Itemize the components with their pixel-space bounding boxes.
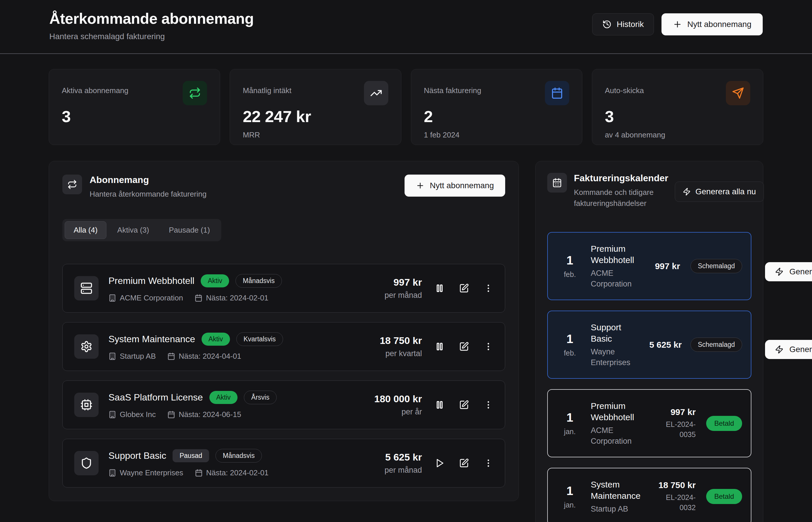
billing-event-paid: 1 jan. System Maintenance Startup AB 18 … [547, 468, 751, 522]
client-name: Globex Inc [120, 410, 156, 419]
plus-icon [673, 20, 682, 29]
amount-period: per månad [385, 466, 422, 475]
page-header: Återkommande abonnemang Hantera schemala… [0, 0, 812, 54]
stat-value: 3 [62, 107, 207, 126]
stat-card-active-subscriptions: Aktiva abonnemang 3 [49, 69, 220, 145]
edit-icon [459, 458, 469, 468]
event-day: 1 [556, 484, 583, 498]
generate-all-button[interactable]: Generera alla nu [675, 182, 764, 202]
new-subscription-button[interactable]: Nytt abonnemang [662, 13, 763, 35]
status-badge: Schemalagd [690, 259, 742, 273]
more-menu-button[interactable] [483, 342, 493, 352]
next-billing-date: Nästa: 2024-04-01 [179, 352, 241, 361]
stat-sub: av 4 abonnemang [605, 130, 750, 140]
pause-button[interactable] [435, 283, 445, 293]
client-name: ACME Corporation [120, 294, 183, 302]
more-menu-button[interactable] [483, 283, 493, 293]
send-icon [726, 81, 750, 105]
status-badge: Betald [706, 416, 742, 431]
columns: Abonnemang Hantera återkommande fakturer… [49, 161, 763, 522]
zap-icon [683, 188, 691, 196]
subscription-row: Support Basic Pausad Månadsvis Wayne Ent… [62, 439, 505, 487]
interval-badge: Månadsvis [236, 274, 282, 288]
edit-button[interactable] [459, 342, 469, 352]
building-icon [108, 353, 116, 360]
building-icon [108, 469, 116, 477]
tab-alla[interactable]: Alla (4) [65, 221, 106, 239]
interval-badge: Månadsvis [216, 449, 262, 463]
billing-event-scheduled: 1 feb. Premium Webbhotell ACME Corporati… [547, 232, 751, 300]
calendar-icon [167, 353, 175, 360]
amount-period: per år [374, 407, 422, 417]
stat-value: 3 [605, 107, 750, 126]
client-name: Startup AB [120, 352, 156, 361]
billing-event-scheduled: 1 feb. Support Basic Wayne Enterprises 5… [547, 310, 751, 379]
calendar-icon [195, 294, 202, 302]
calendar-icon [167, 410, 175, 419]
next-billing-date: Nästa: 2024-02-01 [206, 468, 268, 477]
pause-icon [435, 283, 445, 293]
zap-icon [775, 345, 784, 354]
interval-badge: Årsvis [244, 390, 277, 404]
stat-value: 22 247 kr [243, 107, 388, 126]
interval-badge: Kvartalsvis [236, 332, 283, 346]
kebab-icon [483, 400, 493, 410]
building-icon [108, 410, 116, 419]
event-amount: 18 750 kr [649, 480, 696, 490]
amount: 18 750 kr [380, 335, 422, 346]
resume-button[interactable] [435, 458, 445, 468]
play-icon [435, 458, 445, 468]
amount: 180 000 kr [374, 393, 422, 405]
event-day: 1 [556, 332, 583, 346]
billing-calendar-panel: Faktureringskalender Kommande och tidiga… [535, 161, 763, 522]
status-badge: Pausad [172, 449, 209, 462]
stat-sub: MRR [243, 130, 388, 140]
tab-pausade[interactable]: Pausade (1) [160, 221, 219, 239]
event-client: ACME Corporation [591, 425, 642, 446]
stat-sub: 1 feb 2024 [424, 130, 569, 140]
event-title: Premium Webbhotell [591, 243, 642, 266]
amount-period: per månad [385, 291, 422, 300]
pause-icon [435, 400, 445, 410]
history-button[interactable]: Historik [592, 13, 654, 35]
event-month: feb. [556, 270, 583, 279]
main-content: Aktiva abonnemang 3 Månatlig intäkt 22 2… [0, 54, 812, 522]
event-month: jan. [556, 427, 583, 436]
kebab-icon [483, 283, 493, 293]
generate-now-button[interactable]: Generera [765, 262, 812, 281]
history-icon [602, 20, 612, 29]
status-badge: Betald [706, 489, 742, 504]
calendar-days-icon [547, 173, 567, 193]
subscription-row: System Maintenance Aktiv Kvartalsvis Sta… [62, 322, 505, 371]
pause-button[interactable] [435, 400, 445, 410]
edit-button[interactable] [459, 283, 469, 293]
stat-label: Aktiva abonnemang [62, 86, 128, 95]
status-badge: Schemalagd [690, 338, 742, 352]
kebab-icon [483, 342, 493, 352]
tab-aktiva[interactable]: Aktiva (3) [108, 221, 158, 239]
event-month: jan. [556, 501, 583, 509]
stat-label: Nästa fakturering [424, 86, 481, 95]
event-client: Startup AB [591, 504, 642, 514]
billing-events-list: 1 feb. Premium Webbhotell ACME Corporati… [547, 232, 751, 522]
more-menu-button[interactable] [483, 400, 493, 410]
status-badge: Aktiv [201, 274, 229, 287]
subscription-name: Premium Webbhotell [108, 276, 194, 286]
plus-icon [416, 181, 425, 190]
pause-button[interactable] [435, 342, 445, 352]
edit-icon [459, 283, 469, 293]
next-billing-date: Nästa: 2024-06-15 [179, 410, 241, 419]
shield-icon [74, 451, 99, 475]
panel-subtitle: Hantera återkommande fakturering [89, 189, 206, 200]
repeat-icon [62, 175, 82, 194]
generate-now-button[interactable]: Generera [765, 340, 812, 359]
zap-icon [775, 267, 784, 276]
edit-button[interactable] [459, 458, 469, 468]
edit-button[interactable] [459, 400, 469, 410]
more-menu-button[interactable] [483, 458, 493, 468]
subscription-list: Premium Webbhotell Aktiv Månadsvis ACME … [62, 264, 505, 487]
new-subscription-button[interactable]: Nytt abonnemang [405, 175, 505, 197]
invoice-number: EL-2024-0035 [658, 419, 696, 440]
subscription-name: Support Basic [108, 450, 166, 461]
trending-up-icon [364, 81, 388, 105]
